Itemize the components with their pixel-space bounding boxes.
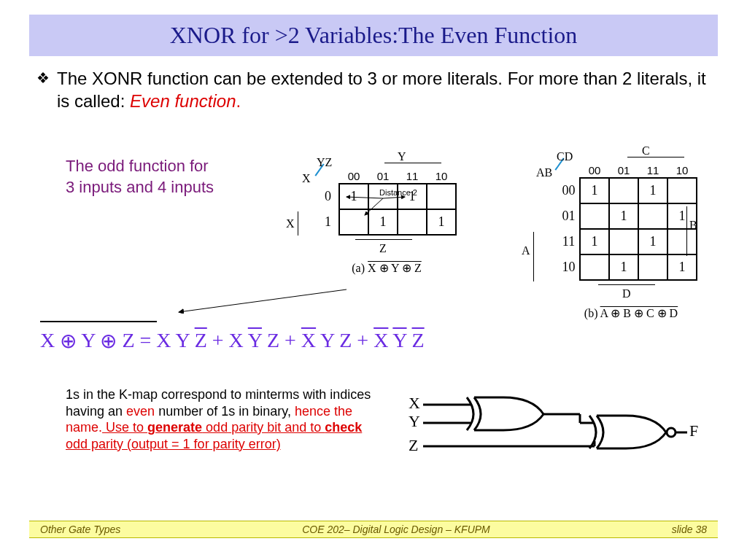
bullet-suffix: . <box>236 91 241 111</box>
svg-line-1 <box>383 197 405 198</box>
distance-arrows <box>336 190 423 219</box>
kmap4-rightvar: B <box>689 219 697 232</box>
cell: 1 <box>638 178 667 203</box>
txt: number of 1s in binary, <box>155 404 295 419</box>
kmap4-table: 00 01 11 10 0011 0111 1111 1011 <box>562 163 697 281</box>
caption-b: (b) <box>584 307 598 319</box>
txt-parity: parity bit and to <box>228 420 325 435</box>
kmap4-cdlabel: CD <box>557 150 573 163</box>
row-hdr: 00 <box>562 178 580 203</box>
kmap3-caption: (a) X ⊕ Y ⊕ Z <box>339 261 434 275</box>
input-x: X <box>409 394 420 412</box>
equation-overline <box>40 321 157 322</box>
footer-center: COE 202– Digital Logic Design – KFUPM <box>302 524 490 535</box>
svg-line-0 <box>347 197 383 198</box>
bullet-text: The XONR function can be extended to 3 o… <box>57 67 711 112</box>
kmap3-topvar: Y <box>398 150 406 163</box>
cell: 1 <box>580 178 609 203</box>
txt-gen: generate <box>147 420 202 435</box>
slide-title: XNOR for >2 Variables:The Even Function <box>44 22 703 49</box>
cell: 1 <box>609 203 638 229</box>
cell <box>638 203 667 229</box>
kmap4-ablabel: AB <box>536 166 552 179</box>
bracket-left <box>298 211 298 236</box>
input-y: Y <box>409 412 420 430</box>
kmap3-xlabel: X <box>302 172 311 185</box>
col-hdr: 11 <box>638 163 667 178</box>
kmap4-leftvar: A <box>522 244 530 257</box>
kmap4-topvar: C <box>642 144 650 158</box>
cell <box>609 229 638 254</box>
eq-plus: + <box>212 329 229 351</box>
cell <box>427 184 456 209</box>
circuit-diagram: X Y Z F <box>401 394 708 491</box>
bullet-item: ❖ The XONR function can be extended to 3… <box>36 67 711 112</box>
bracket-right <box>686 206 687 256</box>
cell <box>609 178 638 203</box>
eq-equals: = <box>140 329 157 351</box>
pointer-arrow <box>175 288 350 314</box>
footer-left: Other Gate Types <box>40 524 120 535</box>
bottom-paragraph: 1s in the K-map correspond to minterms w… <box>66 386 372 452</box>
title-bar: XNOR for >2 Variables:The Even Function <box>29 15 718 56</box>
eq-t1: X Y Z <box>156 329 206 351</box>
caption-a: (a) <box>352 262 365 274</box>
row-hdr: 10 <box>562 254 580 280</box>
cell: 1 <box>580 229 609 254</box>
col-hdr: 01 <box>368 169 398 184</box>
input-z: Z <box>409 436 418 454</box>
col-hdr: 00 <box>580 163 609 178</box>
eq-lhs: X ⊕ Y ⊕ Z <box>40 329 135 352</box>
svg-line-2 <box>365 198 383 215</box>
row-hdr: 01 <box>562 203 580 229</box>
col-hdr: 01 <box>609 163 638 178</box>
row-hdr: 11 <box>562 229 580 254</box>
col-hdr: 10 <box>667 163 697 178</box>
cell: 1 <box>609 254 638 280</box>
kmap3-yzlabel: YZ <box>317 156 332 169</box>
txt-use: Use to <box>102 420 147 435</box>
eq-plus: + <box>357 329 374 351</box>
bullet-em: Even function <box>130 91 236 111</box>
cell <box>638 254 667 280</box>
eq-t3: X Y Z <box>301 329 352 351</box>
txt-odd2: odd parity (output = 1 for parity error) <box>66 437 281 451</box>
footer-bar: Other Gate Types COE 202– Digital Logic … <box>29 521 718 538</box>
caption-expr: X ⊕ Y ⊕ Z <box>368 262 422 274</box>
cell <box>580 254 609 280</box>
cell <box>667 229 697 254</box>
bracket-left <box>533 232 534 281</box>
cell: 1 <box>638 229 667 254</box>
eq-plus: + <box>285 329 301 351</box>
col-hdr: 10 <box>427 169 456 184</box>
kmap3-leftvar: X <box>286 217 295 230</box>
caption-expr: A ⊕ B ⊕ C ⊕ D <box>600 307 678 319</box>
txt-check: check <box>325 420 362 435</box>
footer-right: slide 38 <box>672 524 707 535</box>
cell: 1 <box>667 254 697 280</box>
eq-t4: X Y Z <box>374 329 425 351</box>
txt-odd: odd <box>202 420 228 435</box>
cell <box>667 178 697 203</box>
svg-point-11 <box>667 428 676 437</box>
kmap-4var: AB CD C A B 00 01 11 10 0011 0111 1111 1… <box>543 153 697 281</box>
cell: 1 <box>427 209 456 235</box>
kmap4-bottomvar: D <box>622 287 631 300</box>
kmap4-caption: (b) A ⊕ B ⊕ C ⊕ D <box>573 306 689 320</box>
kmap3-bottomvar: Z <box>379 242 387 255</box>
output-f: F <box>689 421 698 440</box>
kmap-3var: X YZ Y X Distance 2 00 01 11 10 0 1 1 1 … <box>306 160 457 236</box>
txt-even: even <box>126 404 155 419</box>
bracket-top <box>627 157 684 161</box>
circuit-svg: X Y Z F <box>401 394 708 489</box>
col-hdr: 00 <box>339 169 368 184</box>
bullet-icon: ❖ <box>36 69 50 87</box>
bracket-top <box>384 163 441 167</box>
equation: X ⊕ Y ⊕ Z = X Y Z + X Y Z + X Y Z + X Y … <box>40 328 425 352</box>
eq-t2: X Y Z <box>229 329 279 351</box>
svg-line-3 <box>179 289 347 312</box>
cell <box>580 203 609 229</box>
col-hdr: 11 <box>398 169 427 184</box>
